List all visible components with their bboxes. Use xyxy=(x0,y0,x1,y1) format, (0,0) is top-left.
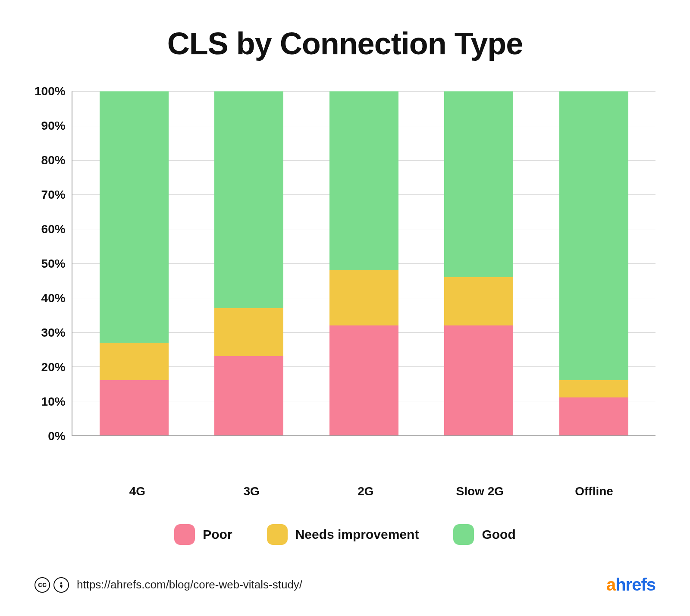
legend-label: Needs improvement xyxy=(295,527,419,542)
bar-segment xyxy=(329,325,398,435)
brand-rest: hrefs xyxy=(615,575,656,594)
legend-swatch xyxy=(174,524,195,545)
legend-label: Poor xyxy=(203,527,232,542)
plot xyxy=(72,91,656,436)
legend-item: Needs improvement xyxy=(267,524,419,545)
stacked-bar xyxy=(329,91,398,435)
stacked-bar xyxy=(444,91,513,435)
bar-segment xyxy=(559,380,628,397)
bar-segment xyxy=(100,380,169,435)
bar-segment xyxy=(214,308,283,356)
cc-license-icons: cc xyxy=(34,577,69,593)
cc-icon: cc xyxy=(34,577,50,593)
bar-segment xyxy=(559,91,628,380)
x-label: Offline xyxy=(560,485,629,498)
legend-item: Good xyxy=(453,524,515,545)
bar-segment xyxy=(214,91,283,308)
legend: PoorNeeds improvementGood xyxy=(34,524,656,545)
brand-logo: ahrefs xyxy=(606,575,656,594)
legend-swatch xyxy=(267,524,288,545)
stacked-bar xyxy=(100,91,169,435)
footer-left: cc https://ahrefs.com/blog/core-web-vita… xyxy=(34,577,302,593)
bar-segment xyxy=(214,356,283,435)
bar-segment xyxy=(100,91,169,343)
bar-segment xyxy=(329,270,398,325)
legend-label: Good xyxy=(482,527,515,542)
bars-container xyxy=(72,91,656,435)
legend-swatch xyxy=(453,524,474,545)
x-axis: 4G3G2GSlow 2GOffline xyxy=(76,485,656,498)
cc-by-icon xyxy=(53,577,69,593)
chart-title: CLS by Connection Type xyxy=(34,26,656,61)
brand-a: a xyxy=(606,575,615,594)
source-url: https://ahrefs.com/blog/core-web-vitals-… xyxy=(77,578,302,591)
svg-point-0 xyxy=(60,582,62,584)
x-label: 2G xyxy=(331,485,400,498)
x-label: 4G xyxy=(103,485,172,498)
footer: cc https://ahrefs.com/blog/core-web-vita… xyxy=(34,575,656,594)
bar-segment xyxy=(559,397,628,435)
chart-area: 100%90%80%70%60%50%40%30%20%10%0% xyxy=(34,91,656,476)
y-axis: 100%90%80%70%60%50%40%30%20%10%0% xyxy=(34,91,72,436)
bar-segment xyxy=(444,325,513,435)
bar-segment xyxy=(444,277,513,325)
bar-segment xyxy=(100,343,169,381)
bar-segment xyxy=(329,91,398,270)
bar-segment xyxy=(444,91,513,277)
stacked-bar xyxy=(559,91,628,435)
legend-item: Poor xyxy=(174,524,232,545)
x-label: Slow 2G xyxy=(445,485,514,498)
x-label: 3G xyxy=(217,485,286,498)
stacked-bar xyxy=(214,91,283,435)
